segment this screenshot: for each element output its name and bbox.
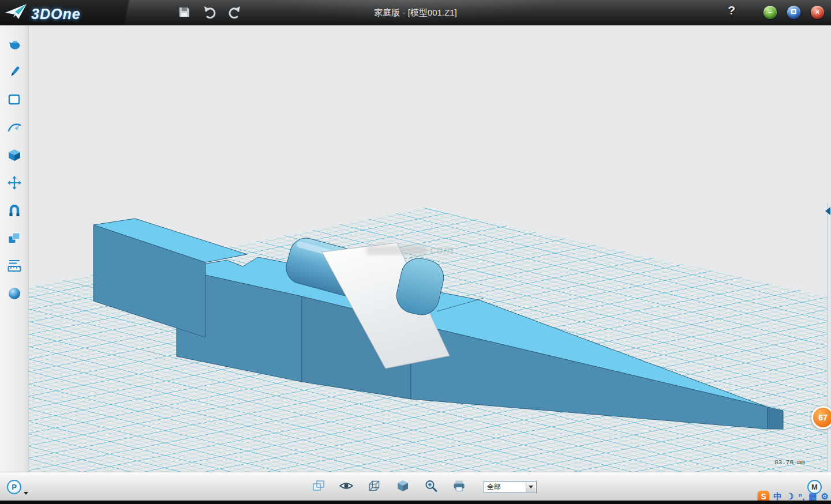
- sketch-draw-icon: [7, 65, 22, 81]
- combine-boxes-icon: [7, 231, 22, 247]
- watermark: com: [366, 243, 454, 257]
- left-toolbar: [0, 25, 29, 472]
- close-button[interactable]: ×: [811, 6, 824, 19]
- redo-button[interactable]: [227, 5, 242, 20]
- redo-icon: [228, 12, 242, 21]
- window-title: 家庭版 - [模型001.Z1]: [0, 7, 831, 18]
- print-button[interactable]: [452, 479, 467, 494]
- sidebar-item-assembly[interactable]: [6, 204, 23, 219]
- properties-button[interactable]: P: [7, 480, 21, 494]
- sidebar-item-combine[interactable]: [6, 231, 23, 246]
- minimize-button[interactable]: –: [763, 6, 777, 19]
- model-library-icon: [7, 37, 22, 54]
- sidebar-item-material[interactable]: [6, 287, 23, 302]
- sketch-edit-icon: [7, 120, 22, 137]
- maximize-button[interactable]: [787, 6, 800, 19]
- maximize-icon: [791, 9, 796, 14]
- properties-caret-icon[interactable]: [24, 492, 28, 495]
- title-bar: 3DOne: [0, 0, 831, 25]
- close-icon: ×: [815, 8, 819, 16]
- hull-tip-face[interactable]: [768, 407, 783, 429]
- viewport[interactable]: com: [29, 25, 831, 472]
- sidebar-item-sketch-draw[interactable]: [6, 65, 23, 80]
- undo-icon: [203, 12, 216, 21]
- status-bar: P: [0, 472, 831, 501]
- wireframe-cube-icon: [368, 479, 381, 495]
- watermark-blur: [366, 246, 427, 255]
- sketch-shape-icon: [7, 92, 22, 109]
- sidebar-item-sketch-shape[interactable]: [6, 93, 23, 108]
- save-icon: [177, 12, 191, 21]
- paper-plane-icon: [5, 2, 28, 25]
- app-name: 3DOne: [31, 6, 81, 22]
- sidebar-item-sketch-edit[interactable]: [6, 121, 23, 136]
- dimension-readout: 83.78 mm: [774, 459, 805, 466]
- dropdown-arrow-icon[interactable]: [526, 482, 536, 492]
- floating-service-badge[interactable]: 67: [811, 406, 831, 429]
- window-controls: – ×: [763, 6, 824, 19]
- help-button[interactable]: ?: [728, 3, 735, 17]
- ruler-icon: [7, 258, 22, 275]
- save-button[interactable]: [177, 5, 192, 20]
- collapsed-panel-strip[interactable]: [827, 203, 831, 472]
- shaded-view-button[interactable]: [395, 479, 410, 494]
- bottom-black-bar: [0, 501, 831, 504]
- magnifier-icon: [424, 479, 438, 495]
- sidebar-item-transform[interactable]: [6, 176, 23, 191]
- magnet-icon: [7, 203, 22, 220]
- shaded-cube-icon: [396, 479, 410, 495]
- sphere-icon: [7, 286, 22, 303]
- display-filter-value: 全部: [484, 482, 501, 492]
- undo-button[interactable]: [202, 5, 217, 20]
- cube-icon: [7, 148, 22, 164]
- panel-expand-arrow-icon[interactable]: [825, 207, 830, 215]
- minimize-icon: –: [768, 8, 772, 16]
- sidebar-item-solid-primitives[interactable]: [6, 148, 23, 163]
- view-plane-button[interactable]: [310, 479, 325, 494]
- printer-icon: [452, 479, 466, 495]
- sidebar-item-model-library[interactable]: [6, 37, 23, 52]
- display-filter-select[interactable]: 全部: [484, 481, 537, 493]
- wireframe-view-button[interactable]: [367, 479, 382, 494]
- app-logo: 3DOne: [5, 2, 81, 25]
- view-toolbar: 全部: [310, 472, 537, 501]
- hull-front-nose[interactable]: [411, 323, 768, 429]
- ime-punctuation-icon[interactable]: ”,: [798, 492, 805, 502]
- move-arrows-icon: [7, 175, 22, 192]
- visibility-button[interactable]: [339, 479, 354, 494]
- eye-icon: [339, 481, 354, 492]
- sidebar-item-measure[interactable]: [6, 259, 23, 274]
- zoom-button[interactable]: [424, 479, 439, 494]
- view-plane-icon: [311, 479, 325, 495]
